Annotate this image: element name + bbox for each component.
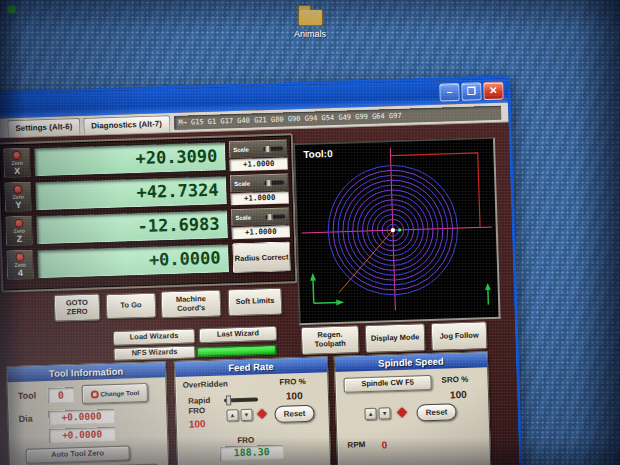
red-ring-icon [90, 390, 98, 398]
rapid-fro-dro[interactable]: 100 [189, 418, 206, 430]
tool-information-title: Tool Information [7, 362, 165, 382]
folder-label: Animals [283, 29, 337, 39]
y-scale-slider[interactable] [264, 180, 284, 185]
spindle-cw-button[interactable]: Spindle CW F5 [343, 375, 431, 393]
fro-label: FRO [188, 406, 205, 416]
folder-icon [298, 9, 323, 26]
load-wizards-button[interactable]: Load Wizards [113, 328, 195, 346]
fro-readout-label: FRO [237, 436, 254, 446]
fro-slider[interactable] [224, 397, 258, 402]
fro-up-button[interactable]: ▲ [226, 409, 238, 421]
fro-percent-dro[interactable]: 100 [286, 390, 303, 402]
maximize-button[interactable]: ❐ [461, 82, 482, 101]
jog-follow-button[interactable]: Jog Follow [431, 321, 488, 351]
axis-letter: 4 [18, 269, 23, 277]
slider-thumb[interactable] [267, 212, 272, 220]
scale-label: Scale [235, 214, 251, 220]
toolpath-canvas [295, 139, 498, 323]
fro-percent-label: FRO % [279, 377, 306, 387]
red-led-icon [15, 253, 24, 262]
z-scale-dro[interactable]: +1.0000 [232, 225, 290, 239]
tab-diagnostics[interactable]: Diagnostics (Alt-7) [83, 115, 170, 135]
rpm-label: RPM [347, 440, 365, 450]
nfs-wizards-button[interactable]: NFS Wizards [113, 345, 195, 361]
minimize-button[interactable]: – [439, 83, 460, 102]
close-button[interactable]: ✕ [483, 82, 504, 101]
status-led-icon [8, 6, 15, 13]
y-scale-header: Scale [230, 173, 289, 192]
spindle-speed-panel: Spindle Speed Spindle CW F5 SRO % 100 ▲ … [334, 351, 496, 465]
zero-x-button[interactable]: Zero X [3, 147, 31, 178]
machine-coords-button[interactable]: Machine Coord's [161, 290, 222, 319]
y-axis-dro[interactable]: +42.7324 [34, 175, 228, 211]
close-icon: ✕ [489, 86, 498, 96]
x-scale-column: Scale +1.0000 [229, 139, 288, 171]
sro-indicator-icon [397, 407, 407, 417]
scale-label: Scale [233, 146, 249, 152]
z-scale-column: Scale +1.0000 [231, 207, 290, 239]
zero-4-button[interactable]: Zero 4 [6, 249, 34, 280]
titlebar-buttons: – ❐ ✕ [439, 82, 504, 102]
auto-tool-zero-button[interactable]: Auto Tool Zero [25, 446, 129, 464]
fro-indicator-icon [257, 409, 267, 419]
soft-limits-button[interactable]: Soft Limits [228, 288, 283, 317]
sro-percent-label: SRO % [441, 375, 468, 385]
axis-letter: Z [17, 235, 23, 243]
radius-correct-button[interactable]: Radius Correct [232, 241, 291, 273]
change-tool-button[interactable]: Change Tool [82, 383, 149, 404]
slider-thumb[interactable] [265, 144, 270, 152]
goto-zero-button[interactable]: GOTO ZERO [54, 293, 101, 321]
red-led-icon [13, 185, 22, 194]
sro-up-button[interactable]: ▲ [364, 408, 376, 420]
last-wizard-button[interactable]: Last Wizard [199, 326, 277, 343]
slider-thumb[interactable] [266, 178, 271, 186]
slider-thumb[interactable] [226, 395, 231, 405]
x-scale-slider[interactable] [263, 146, 283, 151]
tool-number-label: Tool:0 [303, 148, 333, 160]
sro-reset-button[interactable]: Reset [416, 403, 457, 421]
x-axis-dro[interactable]: +20.3090 [33, 141, 227, 177]
sro-percent-dro[interactable]: 100 [450, 389, 467, 401]
fro-down-button[interactable]: ▼ [240, 409, 252, 421]
rpm-dro[interactable]: 0 [381, 439, 387, 450]
wizard-status-bar [196, 345, 276, 358]
z-scale-slider[interactable] [265, 214, 285, 219]
desktop-icon-animals[interactable]: Animals [283, 5, 337, 39]
tool-number-dro[interactable]: 0 [48, 387, 74, 403]
display-mode-button[interactable]: Display Mode [365, 323, 426, 353]
spindle-speed-title: Spindle Speed [335, 352, 487, 372]
scale-label: Scale [234, 180, 250, 186]
sro-down-button[interactable]: ▼ [378, 407, 390, 419]
tool-height-dro[interactable]: +0.0000 [49, 427, 115, 443]
x-scale-dro[interactable]: +1.0000 [229, 157, 287, 171]
minimize-icon: – [447, 87, 453, 97]
tab-settings[interactable]: Settings (Alt-6) [7, 118, 80, 137]
feed-rate-panel: Feed Rate OverRidden FRO % Rapid FRO 100… [174, 356, 336, 465]
red-led-icon [12, 151, 21, 160]
x-scale-header: Scale [229, 139, 288, 158]
maximize-icon: ❐ [467, 86, 476, 96]
screen-body: Zero X +20.3090 Scale +1.0000 Zero Y +42… [0, 122, 522, 465]
z-scale-header: Scale [231, 207, 290, 226]
feedrate-dro[interactable]: 188.30 [220, 445, 284, 461]
dia-label: Dia [18, 414, 32, 424]
zero-y-button[interactable]: Zero Y [4, 181, 32, 212]
axis-letter: X [14, 167, 20, 175]
fourth-axis-dro[interactable]: +0.0000 [36, 243, 230, 279]
rapid-label: Rapid [188, 396, 211, 406]
change-tool-label: Change Tool [100, 389, 139, 398]
tool-label: Tool [18, 390, 37, 401]
y-scale-column: Scale +1.0000 [230, 173, 289, 205]
tool-diameter-dro[interactable]: +0.0000 [48, 409, 114, 425]
tool-information-panel: Tool Information Tool 0 Change Tool Dia … [6, 361, 174, 465]
axis-letter: Y [15, 201, 21, 209]
y-scale-dro[interactable]: +1.0000 [231, 191, 289, 205]
overridden-label: OverRidden [182, 379, 228, 389]
regen-toolpath-button[interactable]: Regen. Toolpath [301, 325, 360, 355]
toolpath-display[interactable]: Tool:0 [293, 137, 501, 325]
fro-reset-button[interactable]: Reset [274, 405, 315, 423]
z-axis-dro[interactable]: -12.6983 [35, 209, 229, 245]
mach3-window: – ❐ ✕ Settings (Alt-6) Diagnostics (Alt-… [0, 75, 525, 465]
zero-z-button[interactable]: Zero Z [5, 215, 33, 246]
to-go-button[interactable]: To Go [106, 293, 157, 320]
